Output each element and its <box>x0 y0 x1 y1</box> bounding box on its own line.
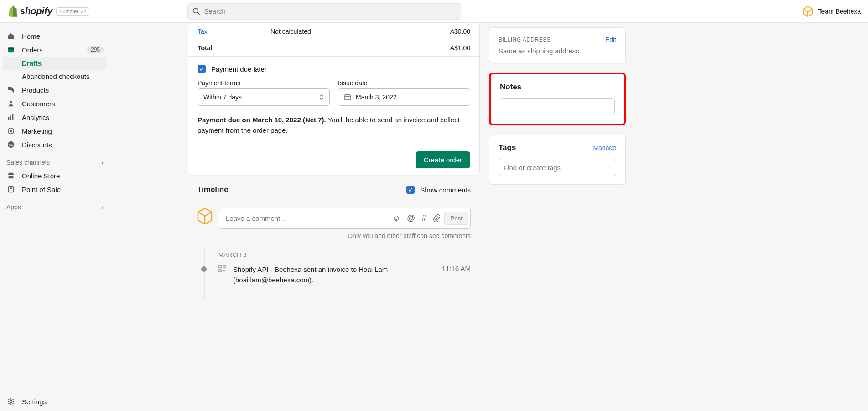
discounts-icon: % <box>6 140 16 149</box>
svg-rect-23 <box>219 265 221 268</box>
sidebar: Home Orders 295 Drafts Abandoned checkou… <box>0 23 110 411</box>
nav-discounts-label: Discounts <box>22 141 52 149</box>
svg-rect-17 <box>345 95 350 100</box>
payment-due-later-label: Payment due later <box>211 65 267 73</box>
notes-title: Notes <box>500 83 521 92</box>
svg-rect-15 <box>10 187 12 189</box>
payment-terms-select[interactable]: Within 7 days <box>198 88 330 106</box>
svg-point-11 <box>10 130 12 132</box>
tags-title: Tags <box>499 143 516 152</box>
nav-analytics-label: Analytics <box>22 114 49 121</box>
apps-label: Apps <box>6 203 21 211</box>
timeline-date: MARCH 3 <box>218 249 471 265</box>
customers-icon <box>6 99 16 108</box>
home-icon <box>6 32 16 40</box>
nav-drafts[interactable]: Drafts <box>3 57 107 70</box>
main: Tax Not calculated A$0.00 Total A$1.00 ✓… <box>110 23 868 411</box>
nav-marketing[interactable]: Marketing <box>0 124 110 138</box>
nav-online-store[interactable]: Online Store <box>0 169 110 182</box>
total-row: Total A$1.00 <box>188 40 479 56</box>
brand-text: shopify <box>20 6 52 16</box>
search-box[interactable] <box>187 3 461 20</box>
team-menu[interactable]: Team Beehexa <box>802 5 861 17</box>
issue-date-input[interactable]: March 3, 2022 <box>338 88 470 106</box>
season-badge: Summer '22 <box>56 7 89 16</box>
products-icon <box>6 86 16 94</box>
payment-note-bold: Payment due on March 10, 2022 (Net 7). <box>198 116 326 124</box>
comment-input[interactable] <box>226 214 392 222</box>
timeline-app-icon <box>218 265 226 272</box>
marketing-icon <box>6 127 16 135</box>
shopify-logo[interactable]: shopify <box>7 5 52 17</box>
pos-icon <box>6 185 16 193</box>
post-button[interactable]: Post <box>444 212 468 225</box>
orders-icon <box>6 46 16 54</box>
svg-rect-14 <box>9 187 14 192</box>
timeline-header: Timeline ✓ Show comments <box>188 175 480 199</box>
billing-sub: Same as shipping address <box>499 47 616 55</box>
emoji-icon[interactable]: ☺ <box>392 213 400 223</box>
team-hex-icon <box>802 5 814 17</box>
staff-note: Only you and other staff can see comment… <box>197 229 471 249</box>
sales-channels-header[interactable]: Sales channels › <box>0 151 110 169</box>
tax-amount: A$0.00 <box>450 28 470 35</box>
chevron-right-icon: › <box>101 203 104 211</box>
nav-discounts[interactable]: % Discounts <box>0 138 110 151</box>
svg-rect-24 <box>223 265 225 268</box>
search-input[interactable] <box>204 7 456 15</box>
apps-header[interactable]: Apps › <box>0 196 110 213</box>
summary-card: Tax Not calculated A$0.00 Total A$1.00 ✓… <box>188 23 480 175</box>
nav-home-label: Home <box>22 32 40 40</box>
svg-point-6 <box>10 101 12 103</box>
tax-mid: Not calculated <box>270 28 450 35</box>
manage-tags-link[interactable]: Manage <box>593 144 616 151</box>
tax-row: Tax Not calculated A$0.00 <box>188 23 479 40</box>
issue-date-label: Issue date <box>338 79 470 87</box>
billing-title: BILLING ADDRESS <box>499 36 551 43</box>
timeline-title: Timeline <box>197 185 229 194</box>
sales-channels-label: Sales channels <box>6 159 50 166</box>
tax-link[interactable]: Tax <box>198 28 270 35</box>
payment-terms-value: Within 7 days <box>203 94 242 101</box>
store-icon <box>6 172 16 180</box>
edit-billing-link[interactable]: Edit <box>605 36 616 43</box>
topbar: shopify Summer '22 Team Beehexa <box>0 0 868 23</box>
nav-analytics[interactable]: Analytics <box>0 110 110 124</box>
nav-customers-label: Customers <box>22 100 55 108</box>
svg-point-16 <box>10 400 12 402</box>
comment-box: ☺ @ # Post <box>219 208 471 229</box>
svg-text:%: % <box>9 143 13 147</box>
nav-online-store-label: Online Store <box>22 172 60 180</box>
hashtag-icon[interactable]: # <box>421 213 426 223</box>
mention-icon[interactable]: @ <box>407 213 415 223</box>
show-comments-label: Show comments <box>420 186 471 194</box>
show-comments-checkbox[interactable]: ✓ Show comments <box>406 186 471 194</box>
svg-rect-7 <box>8 117 10 120</box>
select-arrows-icon <box>319 94 324 100</box>
create-order-button[interactable]: Create order <box>416 151 470 168</box>
nav-settings[interactable]: Settings <box>0 395 110 408</box>
attachment-icon[interactable] <box>432 214 441 222</box>
svg-rect-25 <box>219 270 221 272</box>
nav-products[interactable]: Products <box>0 83 110 97</box>
tags-input[interactable] <box>499 159 616 176</box>
nav-pos[interactable]: Point of Sale <box>0 182 110 196</box>
timeline-dot-icon <box>201 266 207 272</box>
total-amount: A$1.00 <box>450 44 470 52</box>
nav-customers[interactable]: Customers <box>0 97 110 110</box>
gear-icon <box>6 397 16 406</box>
payment-due-later-checkbox[interactable]: ✓ Payment due later <box>198 65 470 73</box>
nav-orders[interactable]: Orders 295 <box>0 43 110 57</box>
billing-card: BILLING ADDRESS Edit Same as shipping ad… <box>489 27 626 63</box>
timeline-entry-time: 11:16 AM <box>442 265 471 272</box>
total-label: Total <box>198 44 270 52</box>
nav-pos-label: Point of Sale <box>22 186 61 193</box>
team-name: Team Beehexa <box>818 8 861 15</box>
calendar-icon <box>344 94 351 101</box>
timeline-item: Shopify API - Beehexa sent an invoice to… <box>218 265 471 299</box>
chevron-right-icon: › <box>101 159 104 166</box>
nav-home[interactable]: Home <box>0 29 110 43</box>
nav-abandoned[interactable]: Abandoned checkouts <box>0 70 110 83</box>
payment-terms-label: Payment terms <box>198 79 330 87</box>
notes-input[interactable] <box>500 98 615 115</box>
